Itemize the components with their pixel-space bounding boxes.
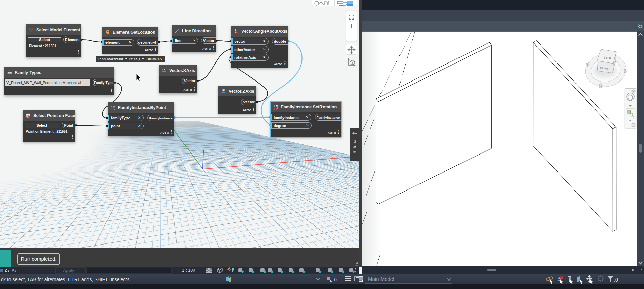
svg-text::0: :0 — [333, 277, 337, 282]
svg-text:z: z — [223, 89, 225, 91]
svg-text::0: :0 — [614, 277, 618, 283]
svg-text:x: x — [164, 68, 165, 70]
svg-text:S: S — [599, 82, 603, 89]
